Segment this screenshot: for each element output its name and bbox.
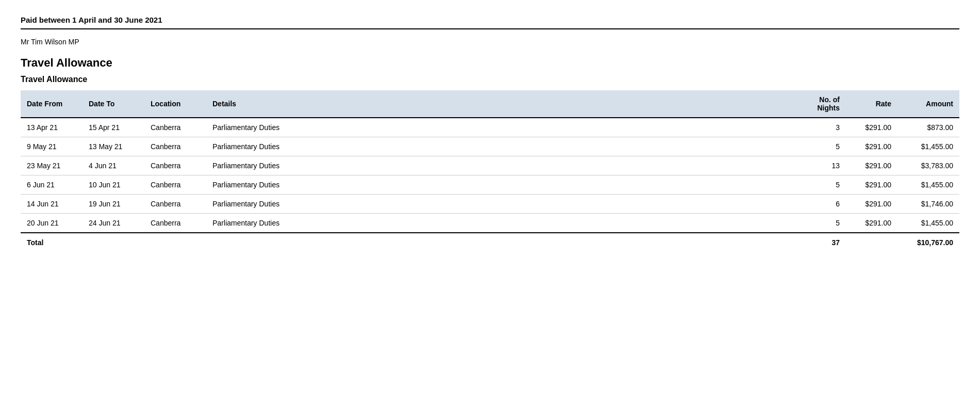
amount: $1,455.00	[897, 137, 959, 156]
nights: 3	[799, 118, 846, 137]
location: Canberra	[144, 214, 206, 233]
col-header-date-to: Date To	[83, 90, 144, 118]
table-row: 23 May 214 Jun 21CanberraParliamentary D…	[21, 156, 959, 175]
amount: $873.00	[897, 118, 959, 137]
total-amount: $10,767.00	[897, 233, 959, 252]
location: Canberra	[144, 195, 206, 214]
date-to: 19 Jun 21	[83, 195, 144, 214]
details: Parliamentary Duties	[206, 214, 799, 233]
travel-allowance-table: Date From Date To Location Details No. o…	[21, 90, 959, 252]
col-header-amount: Amount	[897, 90, 959, 118]
details: Parliamentary Duties	[206, 195, 799, 214]
details: Parliamentary Duties	[206, 118, 799, 137]
col-header-date-from: Date From	[21, 90, 83, 118]
location: Canberra	[144, 137, 206, 156]
table-row: 13 Apr 2115 Apr 21CanberraParliamentary …	[21, 118, 959, 137]
date-from: 20 Jun 21	[21, 214, 83, 233]
date-from: 14 Jun 21	[21, 195, 83, 214]
col-header-nights: No. ofNights	[799, 90, 846, 118]
table-row: 9 May 2113 May 21CanberraParliamentary D…	[21, 137, 959, 156]
date-to: 10 Jun 21	[83, 175, 144, 195]
date-to: 24 Jun 21	[83, 214, 144, 233]
date-to: 4 Jun 21	[83, 156, 144, 175]
details: Parliamentary Duties	[206, 156, 799, 175]
date-from: 6 Jun 21	[21, 175, 83, 195]
page-header-title: Paid between 1 April and 30 June 2021	[21, 15, 959, 24]
nights: 13	[799, 156, 846, 175]
nights: 5	[799, 214, 846, 233]
page-header: Paid between 1 April and 30 June 2021	[21, 15, 959, 24]
rate: $291.00	[846, 195, 897, 214]
rate: $291.00	[846, 175, 897, 195]
rate: $291.00	[846, 156, 897, 175]
details: Parliamentary Duties	[206, 137, 799, 156]
table-row: 14 Jun 2119 Jun 21CanberraParliamentary …	[21, 195, 959, 214]
location: Canberra	[144, 156, 206, 175]
col-header-location: Location	[144, 90, 206, 118]
nights: 6	[799, 195, 846, 214]
rate: $291.00	[846, 137, 897, 156]
col-header-details: Details	[206, 90, 799, 118]
table-row: 6 Jun 2110 Jun 21CanberraParliamentary D…	[21, 175, 959, 195]
rate: $291.00	[846, 118, 897, 137]
amount: $1,455.00	[897, 214, 959, 233]
nights: 5	[799, 137, 846, 156]
nights: 5	[799, 175, 846, 195]
date-to: 13 May 21	[83, 137, 144, 156]
rate: $291.00	[846, 214, 897, 233]
total-label: Total	[21, 233, 799, 252]
member-name: Mr Tim Wilson MP	[21, 38, 959, 46]
total-rate-empty	[846, 233, 897, 252]
location: Canberra	[144, 118, 206, 137]
date-to: 15 Apr 21	[83, 118, 144, 137]
date-from: 9 May 21	[21, 137, 83, 156]
details: Parliamentary Duties	[206, 175, 799, 195]
location: Canberra	[144, 175, 206, 195]
amount: $3,783.00	[897, 156, 959, 175]
header-divider	[21, 28, 959, 29]
col-header-rate: Rate	[846, 90, 897, 118]
table-row: 20 Jun 2124 Jun 21CanberraParliamentary …	[21, 214, 959, 233]
date-from: 13 Apr 21	[21, 118, 83, 137]
subsection-title: Travel Allowance	[21, 75, 959, 84]
amount: $1,746.00	[897, 195, 959, 214]
total-nights: 37	[799, 233, 846, 252]
date-from: 23 May 21	[21, 156, 83, 175]
amount: $1,455.00	[897, 175, 959, 195]
total-row: Total37$10,767.00	[21, 233, 959, 252]
table-header-row: Date From Date To Location Details No. o…	[21, 90, 959, 118]
section-title: Travel Allowance	[21, 56, 959, 70]
